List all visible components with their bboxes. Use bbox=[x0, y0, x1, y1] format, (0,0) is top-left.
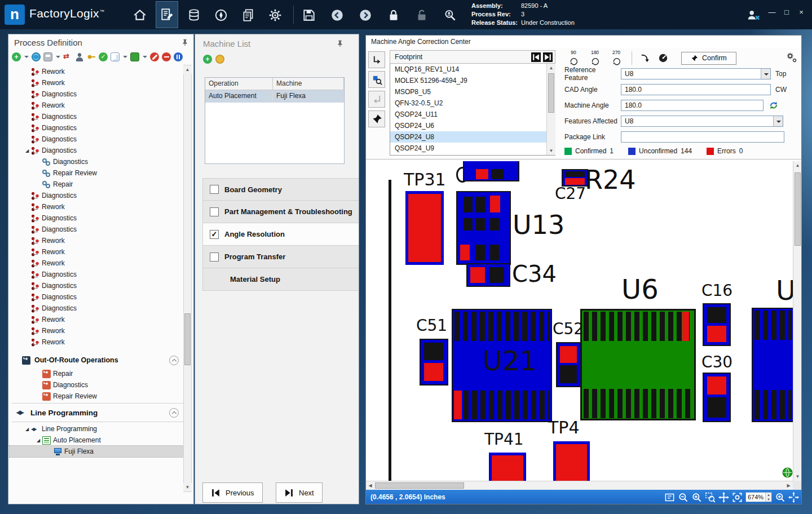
scroll-up-arrow[interactable]: ▲ bbox=[183, 65, 192, 74]
materials-button[interactable] bbox=[183, 6, 205, 25]
stage-item-board-geometry[interactable]: Board Geometry bbox=[202, 178, 359, 201]
tree-item-diagnostics[interactable]: Diagnostics bbox=[10, 291, 186, 303]
footprint-item-qsop24-u6[interactable]: QSOP24_U6 bbox=[390, 120, 555, 131]
pin-icon[interactable] bbox=[336, 39, 344, 50]
dropdown-arrow-icon[interactable] bbox=[761, 69, 770, 79]
zoom-down-arrow[interactable]: ▼ bbox=[766, 497, 771, 502]
next-button[interactable]: Next bbox=[276, 482, 323, 503]
stage-item-material-setup[interactable]: Material Setup bbox=[202, 268, 359, 291]
footprint-item-mlqp16-rev1-u14[interactable]: MLQP16_REV1_U14 bbox=[390, 64, 555, 75]
package-caret[interactable] bbox=[142, 52, 147, 61]
tree-item-diagnostics[interactable]: Diagnostics bbox=[10, 190, 186, 201]
tree-item-repair-review[interactable]: Repair Review bbox=[10, 391, 186, 402]
scroll-down-arrow[interactable]: ▼ bbox=[793, 472, 802, 481]
column-header-operation[interactable]: Operation bbox=[205, 78, 273, 90]
tree-item-diagnostics[interactable]: Diagnostics bbox=[10, 111, 186, 122]
add-machine-icon[interactable] bbox=[203, 55, 212, 64]
pin-footprint-button[interactable] bbox=[368, 110, 385, 127]
line-programming-header[interactable]: Line Programming bbox=[10, 405, 186, 420]
machine-table-row[interactable]: Auto PlacementFuji Flexa bbox=[205, 90, 344, 103]
scroll-up-arrow[interactable]: ▲ bbox=[547, 64, 555, 72]
tree-item-fuji-flexa[interactable]: Fuji Flexa bbox=[10, 446, 186, 457]
rotate-90-button[interactable]: 90 bbox=[563, 51, 584, 66]
tree-item-repair[interactable]: Repair bbox=[10, 368, 186, 379]
tree-item-auto-placement[interactable]: ◢Auto Placement bbox=[10, 435, 186, 446]
route-search-button[interactable] bbox=[439, 6, 461, 25]
apply-rotation-icon[interactable] bbox=[637, 51, 653, 65]
collapse-section-icon[interactable] bbox=[169, 356, 179, 365]
package-link-input[interactable] bbox=[621, 131, 784, 143]
canvas-hscroll-thumb[interactable] bbox=[375, 482, 464, 489]
footprint-item-qfn-32-0-5-u2[interactable]: QFN-32-0.5_U2 bbox=[390, 98, 555, 109]
tree-scrollbar[interactable]: ▲ ▼ bbox=[183, 65, 192, 492]
print-caret[interactable] bbox=[55, 52, 60, 61]
package-icon[interactable] bbox=[130, 52, 139, 61]
copy-caret[interactable] bbox=[122, 52, 127, 61]
column-header-machine[interactable]: Machine bbox=[273, 78, 344, 90]
tree-item-diagnostics[interactable]: Diagnostics bbox=[10, 212, 186, 224]
layer-view-button[interactable] bbox=[782, 467, 793, 478]
pan-icon[interactable] bbox=[718, 492, 729, 503]
tree-item-diagnostics[interactable]: Diagnostics bbox=[10, 134, 186, 145]
tree-item-rework[interactable]: Rework bbox=[10, 66, 186, 77]
machine-angle-input[interactable]: 180.0 bbox=[621, 100, 764, 111]
link-footprint-button[interactable] bbox=[368, 91, 385, 108]
maximize-button[interactable]: □ bbox=[780, 8, 793, 19]
zoom-footprint-button[interactable] bbox=[368, 71, 385, 88]
fit-view-icon[interactable] bbox=[788, 492, 799, 503]
zoom-extents-icon[interactable] bbox=[732, 492, 743, 503]
tree-item-diagnostics[interactable]: Diagnostics bbox=[10, 156, 186, 167]
stage-item-program-transfer[interactable]: Program Transfer bbox=[202, 246, 359, 268]
zoom-in-icon[interactable] bbox=[691, 492, 702, 503]
disable-operation-icon[interactable] bbox=[150, 52, 159, 61]
stage-checkbox[interactable]: ✓ bbox=[210, 230, 219, 239]
web-publish-icon[interactable] bbox=[32, 52, 41, 61]
minimize-button[interactable]: — bbox=[766, 8, 778, 19]
stage-checkbox[interactable] bbox=[210, 252, 219, 262]
tree-expander-icon[interactable]: ◢ bbox=[23, 427, 31, 432]
tree-expander-icon[interactable]: ◢ bbox=[34, 438, 42, 443]
zoom-out-icon[interactable] bbox=[678, 492, 689, 503]
tree-item-rework[interactable]: Rework bbox=[10, 201, 186, 212]
first-footprint-button[interactable] bbox=[531, 52, 541, 62]
out-of-route-header[interactable]: Out-Of-Route Operations bbox=[10, 352, 186, 368]
stage-item-angle-resolution[interactable]: ✓Angle Resolution bbox=[202, 223, 359, 246]
tree-item-rework[interactable]: Rework bbox=[10, 258, 186, 269]
footprint-scrollbar-thumb[interactable] bbox=[548, 73, 554, 113]
remove-operation-icon[interactable] bbox=[162, 52, 171, 61]
back-button[interactable] bbox=[326, 6, 348, 25]
rotate-180-button[interactable]: 180 bbox=[585, 51, 605, 66]
tree-item-diagnostics[interactable]: Diagnostics bbox=[10, 224, 186, 235]
collapse-section-icon[interactable] bbox=[169, 408, 179, 418]
home-button[interactable] bbox=[129, 6, 151, 25]
scroll-right-arrow[interactable]: ▶ bbox=[784, 481, 793, 490]
effects-icon[interactable] bbox=[99, 52, 108, 61]
angle-settings-icon[interactable] bbox=[785, 51, 799, 65]
forward-button[interactable] bbox=[354, 6, 377, 25]
tree-item-diagnostics[interactable]: ◢Diagnostics bbox=[10, 145, 186, 156]
tree-item-rework[interactable]: Rework bbox=[10, 325, 186, 336]
operator-icon[interactable] bbox=[75, 52, 84, 61]
footprint-item-qsop24-u9[interactable]: QSOP24_U9 bbox=[390, 143, 555, 154]
tree-scrollbar-thumb[interactable] bbox=[184, 313, 191, 365]
tree-item-rework[interactable]: Rework bbox=[10, 100, 186, 111]
tree-item-diagnostics[interactable]: Diagnostics bbox=[10, 303, 186, 314]
documents-button[interactable] bbox=[237, 6, 259, 25]
scroll-up-arrow[interactable]: ▲ bbox=[793, 161, 802, 170]
tree-item-diagnostics[interactable]: Diagnostics bbox=[10, 379, 186, 391]
stage-item-part-management-troubleshooting[interactable]: Part Management & Troubleshooting bbox=[202, 201, 359, 223]
features-affected-select[interactable]: U8 bbox=[621, 116, 783, 127]
footprint-item-qsop24-u8[interactable]: QSOP24_U8 bbox=[390, 131, 555, 143]
tree-item-diagnostics[interactable]: Diagnostics bbox=[10, 122, 186, 134]
scroll-down-arrow[interactable]: ▼ bbox=[183, 483, 192, 491]
tree-item-repair[interactable]: Repair bbox=[10, 179, 186, 190]
rotate-footprint-button[interactable] bbox=[368, 51, 385, 68]
canvas-vertical-scrollbar[interactable]: ▲ ▼ bbox=[793, 161, 802, 481]
zoom-level-value[interactable]: 674% bbox=[746, 494, 765, 500]
settings-button[interactable] bbox=[264, 6, 286, 25]
previous-button[interactable]: Previous bbox=[202, 482, 263, 503]
stage-checkbox[interactable] bbox=[210, 185, 219, 194]
tree-item-repair-review[interactable]: Repair Review bbox=[10, 167, 186, 179]
tree-item-rework[interactable]: Rework bbox=[10, 314, 186, 325]
cad-angle-input[interactable]: 180.0 bbox=[621, 84, 771, 95]
